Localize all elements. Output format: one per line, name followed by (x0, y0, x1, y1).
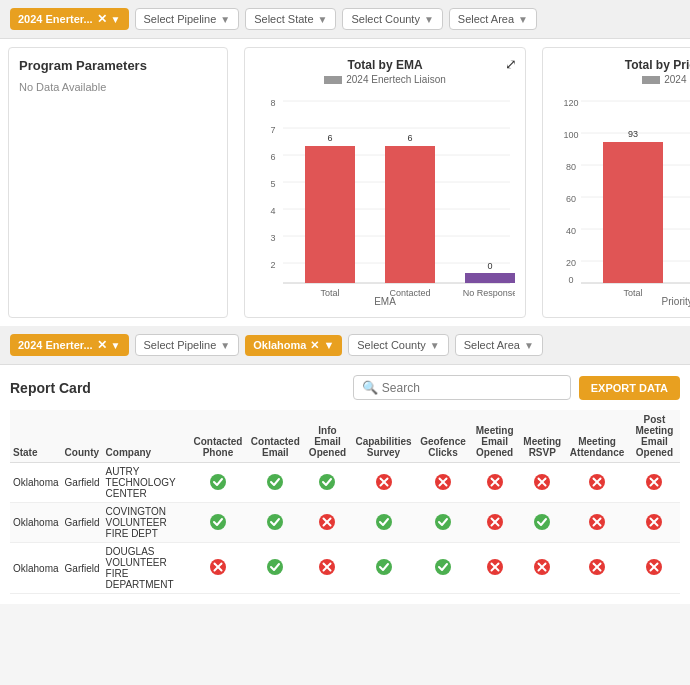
col-meeting-email: Meeting Email Opened (470, 410, 519, 463)
top-state-select[interactable]: Select State ▼ (245, 8, 336, 30)
priority-legend-label: 2024 Enertech Liaison (664, 74, 690, 85)
top-tag-1-caret[interactable]: ▼ (111, 14, 121, 25)
cell-status (416, 463, 470, 503)
ema-chart-panel: ⤢ Total by EMA 2024 Enertech Liaison 8 7… (244, 47, 526, 318)
svg-text:3: 3 (270, 233, 275, 243)
top-tag-1-close[interactable]: ✕ (97, 12, 107, 26)
check-icon (209, 513, 227, 531)
bottom-state-caret[interactable]: ▼ (323, 339, 334, 351)
top-state-caret: ▼ (318, 14, 328, 25)
cell-status (304, 463, 351, 503)
cell-status (304, 503, 351, 543)
cell-status (629, 463, 680, 503)
svg-text:120: 120 (563, 98, 578, 108)
cell-company: AUTRY TECHNOLOGY CENTER (103, 463, 190, 503)
report-section: Report Card 🔍 EXPORT DATA State County C… (0, 365, 690, 604)
bottom-state-tag[interactable]: Oklahoma ✕ ▼ (245, 335, 342, 356)
priority-chart-legend: 2024 Enertech Liaison (553, 74, 690, 85)
cell-status (629, 503, 680, 543)
cell-status (470, 503, 519, 543)
svg-text:5: 5 (270, 179, 275, 189)
priority-chart-title: Total by Priority Responder (553, 58, 690, 72)
top-county-label: Select County (351, 13, 419, 25)
bottom-state-close[interactable]: ✕ (310, 339, 319, 352)
svg-point-67 (376, 514, 392, 530)
x-icon (645, 473, 663, 491)
svg-text:40: 40 (566, 226, 576, 236)
cell-status (247, 543, 304, 594)
cell-status (470, 463, 519, 503)
bottom-tag-1-caret[interactable]: ▼ (111, 340, 121, 351)
report-table: State County Company Contacted Phone Con… (10, 410, 680, 594)
check-icon (266, 473, 284, 491)
bottom-area-select[interactable]: Select Area ▼ (455, 334, 543, 356)
program-panel: Program Parameters No Data Available (8, 47, 228, 318)
bottom-tag-1-label: 2024 Enerter... (18, 339, 93, 351)
cell-state: Oklahoma (10, 463, 62, 503)
top-county-select[interactable]: Select County ▼ (342, 8, 442, 30)
bottom-area-caret: ▼ (524, 340, 534, 351)
priority-bar-total (603, 142, 663, 283)
top-county-caret: ▼ (424, 14, 434, 25)
bottom-area-label: Select Area (464, 339, 520, 351)
bottom-filter-bar: 2024 Enerter... ✕ ▼ Select Pipeline ▼ Ok… (0, 326, 690, 365)
top-area-select[interactable]: Select Area ▼ (449, 8, 537, 30)
top-tag-1-label: 2024 Enerter... (18, 13, 93, 25)
cell-state: Oklahoma (10, 503, 62, 543)
svg-point-62 (210, 514, 226, 530)
cell-status (247, 503, 304, 543)
x-icon (209, 558, 227, 576)
x-icon (533, 558, 551, 576)
bottom-tag-1-close[interactable]: ✕ (97, 338, 107, 352)
report-header: Report Card 🔍 EXPORT DATA (10, 375, 680, 400)
x-icon (588, 513, 606, 531)
svg-text:20: 20 (566, 258, 576, 268)
x-icon (533, 473, 551, 491)
x-icon (645, 513, 663, 531)
check-icon (318, 473, 336, 491)
ema-chart-title: Total by EMA (255, 58, 515, 72)
x-icon (645, 558, 663, 576)
x-icon (588, 473, 606, 491)
export-button[interactable]: EXPORT DATA (579, 376, 680, 400)
search-bar[interactable]: 🔍 (353, 375, 571, 400)
search-input[interactable] (382, 381, 562, 395)
top-area-label: Select Area (458, 13, 514, 25)
x-icon (486, 513, 504, 531)
x-icon (318, 558, 336, 576)
cell-status (470, 543, 519, 594)
top-pipeline-caret: ▼ (220, 14, 230, 25)
svg-point-86 (376, 559, 392, 575)
bottom-pipeline-label: Select Pipeline (144, 339, 217, 351)
top-tag-1[interactable]: 2024 Enerter... ✕ ▼ (10, 8, 129, 30)
cell-status (189, 463, 246, 503)
priority-chart-container: 120 100 80 60 40 20 0 93 (553, 91, 690, 307)
no-data-label: No Data Available (19, 81, 217, 93)
cell-status (519, 543, 565, 594)
svg-text:93: 93 (628, 129, 638, 139)
cell-status (416, 543, 470, 594)
cell-company: DOUGLAS VOLUNTEER FIRE DEPARTMENT (103, 543, 190, 594)
table-header-row: State County Company Contacted Phone Con… (10, 410, 680, 463)
bottom-tag-1[interactable]: 2024 Enerter... ✕ ▼ (10, 334, 129, 356)
svg-point-63 (267, 514, 283, 530)
top-state-label: Select State (254, 13, 313, 25)
ema-svg: 8 7 6 5 4 3 2 6 (255, 91, 515, 301)
bottom-county-select[interactable]: Select County ▼ (348, 334, 448, 356)
check-icon (209, 473, 227, 491)
bottom-pipeline-caret: ▼ (220, 340, 230, 351)
svg-point-43 (319, 474, 335, 490)
bottom-pipeline-select[interactable]: Select Pipeline ▼ (135, 334, 240, 356)
check-icon (266, 558, 284, 576)
top-pipeline-label: Select Pipeline (144, 13, 217, 25)
top-pipeline-select[interactable]: Select Pipeline ▼ (135, 8, 240, 30)
cell-status (351, 503, 416, 543)
check-icon (266, 513, 284, 531)
svg-text:7: 7 (270, 125, 275, 135)
program-title: Program Parameters (19, 58, 217, 73)
svg-text:8: 8 (270, 98, 275, 108)
check-icon (434, 558, 452, 576)
x-icon (434, 473, 452, 491)
svg-text:6: 6 (327, 133, 332, 143)
ema-expand-icon[interactable]: ⤢ (505, 56, 517, 72)
